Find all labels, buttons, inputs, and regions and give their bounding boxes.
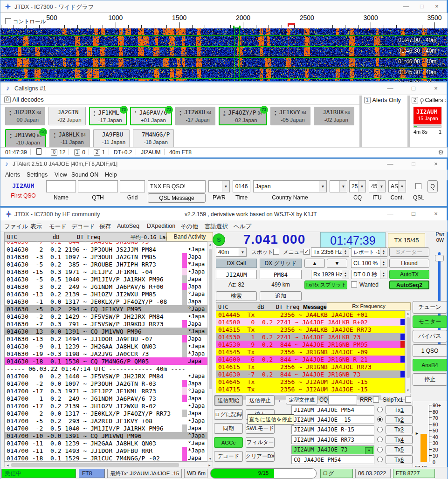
menu-item-5[interactable]: AutoSeq [117,223,139,229]
decode-row[interactable]: 014630 -13 0.2 2139 ~ JH1OZV JI2WXU PM85… [5,290,208,298]
rx-freq-spinner[interactable]: Rx 1929 Hz▲▼ [311,270,349,279]
close-icon[interactable]: × [429,210,443,218]
menu-item-8[interactable]: 言語選択 [205,223,228,231]
alert-callsign[interactable]: JI2AUM [5,182,41,189]
decode-row[interactable]: 014630 -7 0.3 791 ~ JF5VSW/P JR9KDJ RR73… [5,320,208,328]
caller-tile[interactable]: JI2AUM -15 Japan [414,107,441,124]
tx-button-3[interactable]: Tx 3 [386,425,413,434]
rx-row[interactable]: 014715 Tx 2356 ~ JI2AUM JA4JOE -15 [216,385,405,393]
menu-item-0[interactable]: ファイル [4,223,28,231]
tx-message-field-5[interactable]: JI2AUM JA4JOE 73▼ [291,445,374,454]
right-button-2[interactable]: バイパス [413,330,447,342]
menu-item-6[interactable]: DXpedition [147,223,175,229]
maximize-icon[interactable]: □ [407,84,420,93]
rx-row[interactable]: 014645 Tx 2356 ~ JI2AUM JA4JOE -15 [216,378,405,385]
decode-row[interactable]: 014700 -17 0.3 1971 ~ JE1JPZ JF1KML RR73… [5,387,208,395]
tx-button-4[interactable]: Tx 4 [386,435,413,444]
name-field[interactable] [46,180,76,192]
decode-row[interactable]: 014700 1 0.2 249 ~ JG1NDM JA6PAV/6 73Jap… [5,395,208,402]
tx-radio-2[interactable] [377,417,383,422]
close-icon[interactable]: × [429,160,443,168]
rx-row[interactable]: 014530 -9 0.2 844 ~ JA4JOE JR1GNB PM95 [216,341,405,348]
callsign-tile[interactable]: JA1RHXB4-02 Japan [314,107,354,125]
continent-select[interactable]: AS▼ [388,180,406,192]
jtalert-titlebar[interactable]: ♪ JTAlert 2.51.0 JA4JOE [40m,FT8,ADIF,#1… [0,159,447,170]
decode-row[interactable]: 014700 -18 0.1 1529 ~ JR1CUC 7M4NGG/P -0… [5,454,208,462]
tx-radio-4[interactable] [377,437,383,442]
country-select[interactable]: Japan▼ [253,180,327,192]
widegraph-titlebar[interactable]: JTDX - IC7300 - ワイドグラフ — □ × [0,0,447,13]
tx-radio-1[interactable] [377,407,383,412]
decode-row[interactable]: 014630 -13 0.0 1391 ~ CQ JM1VWQ PM96°Jap… [5,328,208,335]
menu-item-2[interactable]: モード [49,223,67,231]
rx-row[interactable]: 014515 Tx 2356 ~ JA4LKB JA4JOE RR73 [216,326,405,333]
callsign-tile[interactable]: JA9FBU-11 Japan [93,129,130,148]
dx-call-field[interactable]: JI2AUM [216,270,257,279]
callsign-tile[interactable]: ●●JH2JRXB400 Japan [5,107,45,125]
hound-button[interactable]: Hound [389,259,429,268]
pwr-select[interactable]: ▼ [208,180,230,192]
qsl-message-button[interactable]: QSL Message [148,193,206,203]
autotx-button[interactable]: AutoTX [389,270,429,279]
decode-row[interactable]: 014630 -3 0.1 1097 ~ JP3OUH JA2GTN PM85J… [5,253,208,260]
cq-modifier-field[interactable] [328,395,357,404]
decode-row[interactable]: ----- 06.03.22 01:47:14 UTC ------------… [5,365,208,372]
freq-up-button[interactable]: ▲ [304,259,325,268]
rx-frequency-vscrollbar[interactable]: ▲ ▼ [405,310,411,393]
decode-row[interactable]: 014700 0 0.2 1440 ~ JF5VSW/P JH2JRX PM84… [5,372,208,380]
right-button-1[interactable]: モニター [413,315,447,328]
s-indicator[interactable]: S [213,233,225,246]
menu-item-1[interactable]: 表示 [30,223,42,231]
dropdown-icon[interactable]: ▼ [365,447,373,454]
rx-row[interactable]: 014545 Tx 2356 ~ JR1GNB JA4JOE -09 [216,348,405,356]
bottom-left2-button-2[interactable]: SWLモード [246,423,275,434]
decode-row[interactable]: 014700 -5 0.2 293 ~ JA2RID JF1KVY +08•Ja… [5,417,208,424]
cq-zone-select[interactable]: 25▼ [349,180,366,192]
tx-message-field-6[interactable]: CQ JA4JOE PM54 [291,455,374,464]
itu-zone-select[interactable]: 45▼ [369,180,386,192]
generate-messages-button[interactable]: 定型文作成 [286,395,317,404]
minimize-icon[interactable]: — [383,210,397,218]
menu-checkbox[interactable]: ✓ [303,249,310,255]
bottom-left-button-4[interactable]: デコード [214,451,243,462]
callsign-tile[interactable]: ●●JM1VWQB4CQ-10 Japan [5,129,46,148]
pwr-slider-handle[interactable] [435,255,444,261]
rx-row[interactable]: 014530 1 0.2 2741 ~ JA4JOE JA4LKB 73 [216,333,405,341]
tx-message-field-3[interactable]: JI2AUM JA4JOE R-15 [291,425,374,434]
callsign-tile[interactable]: JA2GTN-02 Japan [48,107,85,125]
callsigns-titlebar[interactable]: ♪ Callsigns #1 — □ × [0,82,447,95]
gear-icon[interactable]: ⚙ [438,148,444,157]
extra-select[interactable]: ▼ [330,180,347,192]
maximize-icon[interactable]: □ [407,160,420,168]
cl-spinner[interactable]: CL 100 %▲▼ [351,259,387,268]
trash-icon[interactable] [36,148,41,155]
decode-row[interactable]: 014630 -5 0.2 294 ~ CQ JF1KVY PM95°Japa [5,305,208,313]
decode-row-partial[interactable]: 014630 -7 0.2 844 ~ JA4JOE JR1GNB 73 [5,242,208,246]
tab-rx-frequency[interactable]: Rx Frequency [327,302,411,310]
decode-row[interactable]: 014630 3 0.2 249 ~ JG1NDM JA6PAV/6 R+00J… [5,283,208,290]
tx-radio-5[interactable] [377,447,383,452]
jtdx-titlebar[interactable]: JTDX - IC7300 by HF community v2.2.159 ,… [0,208,447,221]
tx-radio-6[interactable] [377,457,383,462]
callsign-tile[interactable]: 7M4NGG/P-18 Japan [133,129,174,148]
close-icon[interactable]: × [429,84,443,93]
control-checkbox[interactable] [5,18,11,24]
bottom-left2-button-4[interactable]: クリアーDX [246,451,275,462]
decode-row[interactable]: 014630 2 0.2 2196 ~ JP3OUH JS2JJM PM84•J… [5,246,208,253]
panel-divider[interactable] [407,96,410,148]
decode-row[interactable]: 014700 -2 0.0 1317 ~ JE0KLX/P JF4OZY/P R… [5,410,208,417]
decode-row[interactable]: 014700 -11 0.2 1493 ~ JJ1DOR JA9FBU RRR*… [5,447,208,454]
bottom-left2-button-0[interactable]: 送信停止 [246,395,275,406]
right-button-4[interactable]: AnsB4 [413,359,447,371]
tx-radio-3[interactable] [377,427,383,432]
tab-band-activity[interactable]: Band Activity [166,232,213,241]
rx-row[interactable]: 014500 0 0.2 2741 ~ JA4JOE JA4LKB R+02 [216,318,405,326]
autoseq2-button[interactable]: AutoSeq2 [389,281,429,289]
report-spinner[interactable]: レポート -15▲▼ [351,247,387,257]
decode-row[interactable]: 014630 -18 0.1 1530 ~ CQ 7M4NGG/P QM05Ja… [5,357,208,365]
search-button[interactable]: 検索 [216,291,257,301]
callsign-tile[interactable]: ●JA6PAV/673+01 Japan [130,107,172,125]
txrx-split-button[interactable]: Tx/Rx スプリット [304,281,347,289]
callsign-tile[interactable]: ●●JA8HLKB4-11 Japan [49,129,90,148]
right-button-5[interactable]: 停止 [413,373,447,386]
